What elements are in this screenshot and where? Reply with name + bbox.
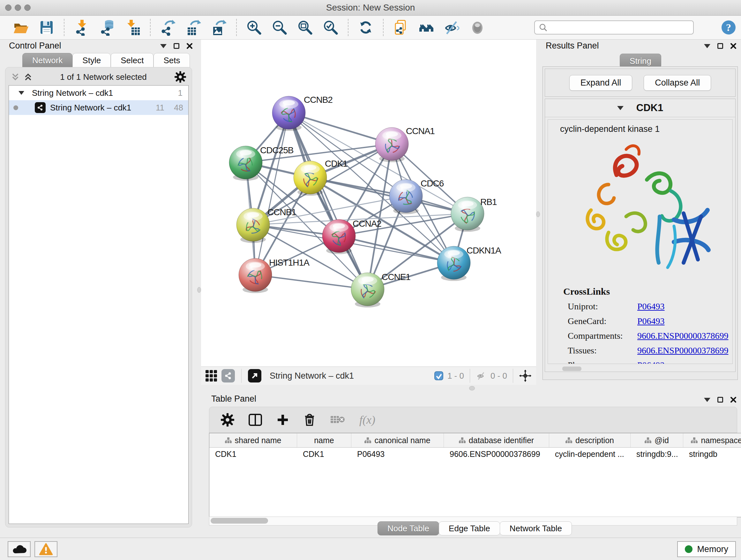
memory-button[interactable]: Memory <box>677 541 736 557</box>
tab-select[interactable]: Select <box>111 53 153 68</box>
float-panel-icon[interactable] <box>718 397 723 402</box>
network-row-selected[interactable]: String Network – cdk1 11 48 <box>9 100 188 115</box>
show-columns-icon[interactable] <box>248 414 262 426</box>
cloud-status-button[interactable] <box>8 541 30 557</box>
delete-table-icon[interactable] <box>330 414 345 426</box>
clone-network-button[interactable] <box>393 19 409 36</box>
network-edge-cdk1-rb1[interactable] <box>310 178 468 213</box>
selected-checkbox-icon[interactable] <box>434 371 444 381</box>
gear-icon[interactable] <box>175 71 186 83</box>
table-tabs: Node Table Edge Table Network Table <box>378 521 572 536</box>
network-list: String Network – cdk1 1 String Network –… <box>9 85 189 524</box>
refresh-icon <box>357 19 374 36</box>
zoom-in-icon <box>246 19 262 36</box>
grid-view-icon[interactable] <box>205 370 217 381</box>
table-row[interactable]: CDK1CDK1P064939606.ENSP00000378699cyclin… <box>209 448 741 460</box>
import-network-database-button[interactable] <box>99 19 116 36</box>
close-panel-icon[interactable] <box>730 396 737 403</box>
column-header-name[interactable]: name <box>297 433 351 447</box>
birdseye-toggle-icon[interactable] <box>248 369 261 382</box>
zoom-fit-icon <box>297 19 313 36</box>
column-header-shared-name[interactable]: shared name <box>209 433 297 447</box>
left-splitter[interactable] <box>197 40 201 385</box>
column-header-namespace[interactable]: namespace <box>683 433 741 447</box>
expand-all-icon[interactable] <box>24 73 32 81</box>
help-button[interactable]: ? <box>721 19 737 36</box>
network-collection-row[interactable]: String Network – cdk1 1 <box>9 85 188 100</box>
network-tab-body: 1 of 1 Network selected String Network –… <box>5 67 192 527</box>
tab-node-table[interactable]: Node Table <box>378 521 439 536</box>
gray-eye-icon <box>469 19 486 36</box>
entry-collapse-icon[interactable] <box>617 106 623 110</box>
update-button[interactable] <box>357 19 374 36</box>
network-edge-ccna2-cdkn1a[interactable] <box>339 236 454 263</box>
float-panel-icon[interactable] <box>718 43 723 49</box>
node-label-ccna2: CCNA2 <box>353 219 381 229</box>
control-panel-tabs: Network Style Select Sets <box>22 53 190 68</box>
function-builder-button[interactable]: f(x) <box>359 413 375 427</box>
results-scrollbar-thumb[interactable] <box>562 367 582 371</box>
crosslink-label: GeneCard: <box>568 316 637 326</box>
panel-menu-icon[interactable] <box>704 44 711 48</box>
export-image-button[interactable] <box>211 19 227 36</box>
cytoscape-window: Session: New Session <box>0 0 741 560</box>
toolbar-separator <box>383 19 384 36</box>
export-table-button[interactable] <box>185 19 202 36</box>
import-table-file-button[interactable] <box>125 19 141 36</box>
column-header-canonical-name[interactable]: canonical name <box>351 433 444 447</box>
open-session-button[interactable] <box>13 19 29 36</box>
add-column-icon[interactable] <box>276 414 289 426</box>
hidden-eye-icon[interactable] <box>476 371 487 381</box>
column-header--id[interactable]: @id <box>630 433 683 447</box>
network-edge-ccnb2-hist1h1a[interactable] <box>255 113 289 275</box>
import-network-icon <box>73 19 90 36</box>
delete-column-icon[interactable] <box>303 413 316 427</box>
collection-expand-icon[interactable] <box>18 91 24 95</box>
tab-network-table[interactable]: Network Table <box>500 521 572 536</box>
close-panel-icon[interactable] <box>186 43 193 49</box>
show-all-button[interactable] <box>469 19 486 36</box>
tab-sets[interactable]: Sets <box>153 53 190 68</box>
column-header-description[interactable]: description <box>549 433 630 447</box>
column-header-database-identifier[interactable]: database identifier <box>444 433 549 447</box>
expand-collapse-bar: Expand All Collapse All <box>545 69 736 97</box>
crosslink-link[interactable]: 9606.ENSP00000378699 <box>637 331 728 341</box>
collapse-all-button[interactable]: Collapse All <box>644 75 711 91</box>
export-network-button[interactable] <box>159 19 176 36</box>
table-hscrollbar-thumb[interactable] <box>211 518 268 523</box>
close-panel-icon[interactable] <box>730 43 737 49</box>
panel-menu-icon[interactable] <box>704 398 711 402</box>
search-input[interactable] <box>534 20 694 35</box>
zoom-selected-button[interactable] <box>322 19 339 36</box>
save-session-button[interactable] <box>38 19 55 36</box>
node-label-ccne1: CCNE1 <box>382 272 410 282</box>
float-panel-icon[interactable] <box>174 43 179 49</box>
expand-all-button[interactable]: Expand All <box>569 75 632 91</box>
hide-selected-button[interactable] <box>444 19 460 36</box>
current-network-dot <box>13 105 18 110</box>
network-edge-hist1h1a-ccne1[interactable] <box>255 275 367 289</box>
crosslink-link[interactable]: P06493 <box>637 360 665 364</box>
column-header-label: canonical name <box>374 436 430 445</box>
import-network-file-button[interactable] <box>73 19 90 36</box>
tab-network[interactable]: Network <box>22 53 72 68</box>
zoom-in-button[interactable] <box>246 19 262 36</box>
collapse-all-icon[interactable] <box>11 73 19 81</box>
first-neighbors-button[interactable] <box>418 19 434 36</box>
panel-menu-icon[interactable] <box>160 44 166 48</box>
table-settings-gear-icon[interactable] <box>221 413 234 427</box>
tab-edge-table[interactable]: Edge Table <box>439 521 500 536</box>
crosslink-link[interactable]: P06493 <box>637 301 665 312</box>
bottom-splitter[interactable] <box>201 385 741 393</box>
crosslink-link[interactable]: 9606.ENSP00000378699 <box>637 346 728 356</box>
zoom-out-button[interactable] <box>271 19 288 36</box>
share-view-icon[interactable] <box>221 369 235 382</box>
network-canvas[interactable]: CCNB2CCNA1CDC25BCDK1CDC6RB1CCNB1CCNA2CDK… <box>201 40 536 367</box>
zoom-fit-button[interactable] <box>297 19 313 36</box>
right-splitter[interactable] <box>536 40 540 385</box>
crosslink-link[interactable]: P06493 <box>637 316 665 326</box>
tab-style[interactable]: Style <box>72 53 111 68</box>
warnings-button[interactable] <box>35 541 57 557</box>
fit-content-crosshair-icon[interactable] <box>519 369 532 382</box>
cdk1-entry-header[interactable]: CDK1 <box>545 99 735 117</box>
